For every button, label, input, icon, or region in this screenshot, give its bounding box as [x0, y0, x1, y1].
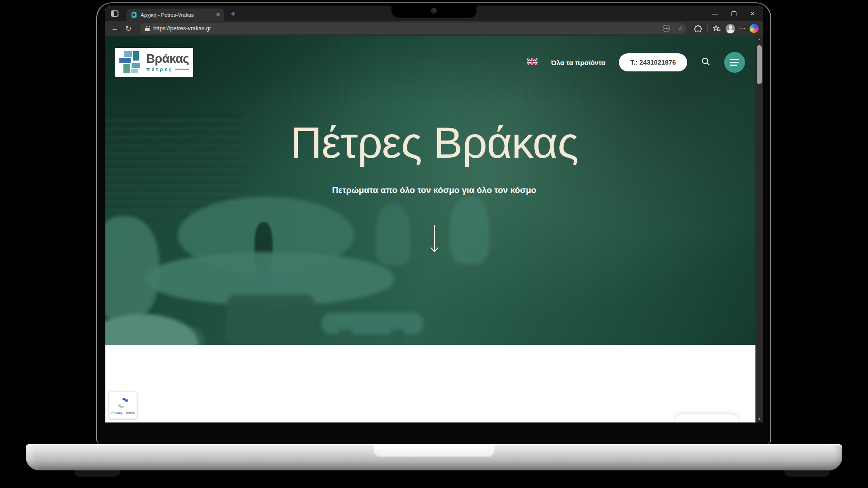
desktop-background: Αρχική - Petres-Vrakas ✕ + — ✕ ← ↻ https…	[0, 0, 868, 488]
recaptcha-icon	[116, 396, 130, 410]
stone-bench-decor	[321, 313, 423, 334]
tab-actions-menu-icon[interactable]	[111, 10, 118, 17]
logo-title: Βράκας	[146, 53, 189, 65]
close-tab-icon[interactable]: ✕	[216, 12, 220, 18]
stone-pedestal-decor	[226, 295, 315, 345]
hero-title: Πέτρες Βράκας	[105, 117, 763, 168]
maximize-button[interactable]	[731, 11, 736, 16]
logo-subtitle: πέτρες	[146, 66, 173, 72]
url-text[interactable]: https://petres-vrakas.gr	[153, 25, 659, 32]
browser-toolbar: ← ↻ https://petres-vrakas.gr ••• ☆	[105, 21, 763, 36]
logo-underline	[175, 69, 189, 70]
site-favicon-icon	[131, 12, 137, 18]
extensions-icon[interactable]	[693, 23, 703, 34]
scrollbar-thumb[interactable]	[757, 45, 762, 84]
close-window-button[interactable]: ✕	[750, 10, 755, 17]
laptop-screen: Αρχική - Petres-Vrakas ✕ + — ✕ ← ↻ https…	[96, 2, 771, 444]
stone-stool-decor	[138, 326, 205, 345]
stone-tabletop-decor	[145, 252, 394, 305]
statue-decor	[376, 204, 411, 265]
content-section: Privacy - Terms	[105, 345, 763, 422]
bookmark-star-icon[interactable]: ☆	[678, 25, 684, 32]
bench-leg-decor	[391, 329, 405, 345]
laptop-base	[26, 444, 842, 470]
laptop-foot	[784, 470, 830, 477]
new-tab-button[interactable]: +	[231, 9, 236, 19]
reload-button[interactable]: ↻	[123, 24, 133, 33]
logo-text: Βράκας πέτρες	[146, 53, 189, 72]
site-logo[interactable]: Βράκας πέτρες	[115, 48, 193, 77]
nav-all-products-link[interactable]: Όλα τα προϊόντα	[551, 59, 606, 66]
hero-section: Βράκας πέτρες	[105, 36, 763, 345]
address-bar[interactable]: https://petres-vrakas.gr ••• ☆	[140, 23, 686, 34]
sculpture-decor	[255, 222, 273, 276]
window-controls: — ✕	[712, 10, 763, 17]
camera-notch	[392, 3, 476, 18]
bench-leg-decor	[338, 329, 352, 345]
address-bar-actions: ••• ☆	[663, 25, 684, 32]
site-header: Βράκας πέτρες	[115, 48, 745, 77]
page-scrollbar[interactable]: ▲ ▼	[755, 36, 763, 422]
phone-button[interactable]: Τ.: 2431021876	[619, 53, 687, 71]
recaptcha-label: Privacy - Terms	[111, 411, 135, 415]
hero-subtitle: Πετρώματα απο όλο τον κόσμο για όλο τον …	[105, 185, 763, 195]
browser-tab[interactable]: Αρχική - Petres-Vrakas ✕	[127, 9, 224, 21]
divider	[674, 25, 674, 32]
permissions-icon[interactable]: •••	[663, 25, 670, 32]
laptop-foot	[75, 470, 120, 477]
laptop-lid-groove	[373, 444, 495, 457]
statue-decor	[450, 197, 490, 264]
browser-window: Αρχική - Petres-Vrakas ✕ + — ✕ ← ↻ https…	[105, 6, 763, 422]
cookie-widget-partial[interactable]	[675, 414, 738, 422]
webcam-icon	[431, 8, 437, 14]
tab-title: Αρχική - Petres-Vrakas	[141, 12, 212, 18]
https-lock-icon	[145, 26, 150, 31]
language-flag-icon[interactable]	[527, 58, 538, 67]
search-icon[interactable]	[701, 56, 711, 68]
hamburger-menu-button[interactable]	[724, 52, 745, 73]
scroll-down-arrow-icon[interactable]: ▼	[758, 416, 761, 422]
stone-table-decor	[178, 197, 354, 273]
scroll-up-arrow-icon[interactable]: ▲	[758, 36, 761, 42]
logo-mosaic-icon	[119, 51, 143, 74]
back-button[interactable]: ←	[110, 24, 120, 33]
copilot-icon[interactable]	[750, 24, 759, 33]
minimize-button[interactable]: —	[712, 10, 718, 17]
collections-star-icon[interactable]	[711, 23, 722, 34]
foliage-decor	[105, 314, 198, 345]
scroll-down-arrow-icon[interactable]	[429, 225, 439, 256]
browser-menu-icon[interactable]: ⋯	[739, 24, 746, 33]
header-nav: Όλα τα προϊόντα Τ.: 2431021876	[527, 52, 745, 73]
page-viewport: Βράκας πέτρες	[105, 36, 763, 422]
profile-avatar[interactable]	[726, 24, 735, 33]
divider	[707, 25, 708, 32]
stone-chair-decor	[105, 216, 160, 322]
recaptcha-badge[interactable]: Privacy - Terms	[109, 392, 137, 419]
